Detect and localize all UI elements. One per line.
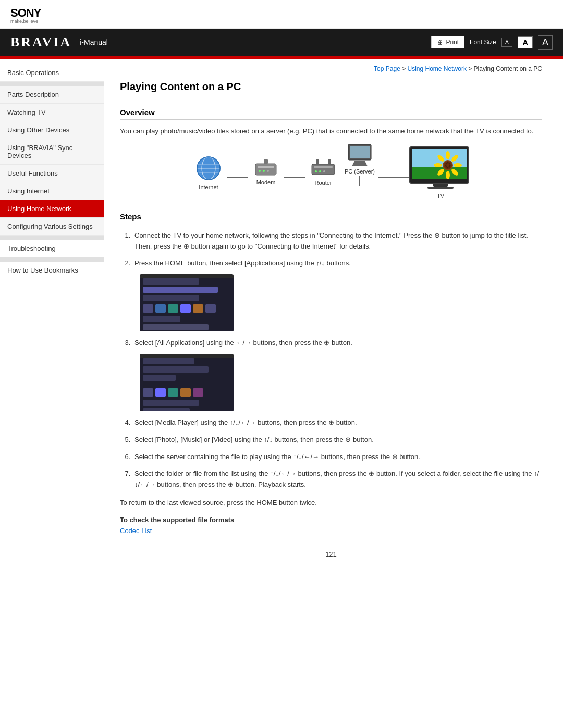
diagram-router-node: Router: [305, 159, 341, 186]
svg-rect-12: [312, 164, 335, 175]
step-5: Select [Photo], [Music] or [Video] using…: [132, 435, 542, 446]
step-4: Select [Media Player] using the ↑/↓/←/→ …: [132, 417, 542, 428]
diagram-line-3: [378, 177, 409, 178]
step-2: Press the HOME button, then select [Appl…: [132, 258, 542, 331]
svg-rect-13: [314, 166, 333, 168]
svg-point-37: [449, 166, 450, 167]
svg-point-24: [450, 154, 459, 163]
diagram-pc-node: PC (Server): [341, 143, 378, 175]
sidebar-item-using-internet[interactable]: Using Internet: [0, 182, 104, 200]
sidebar-item-troubleshooting[interactable]: Troubleshooting: [0, 240, 104, 257]
svg-point-28: [436, 168, 445, 177]
bravia-imanual-label: i-Manual: [80, 38, 108, 46]
diagram-line-1: [227, 177, 248, 178]
print-icon: 🖨: [437, 39, 443, 46]
codec-link[interactable]: Codec List: [120, 527, 152, 535]
step-1: Connect the TV to your home network, fol…: [132, 230, 542, 252]
breadcrumb-top-page[interactable]: Top Page: [374, 65, 400, 72]
router-label: Router: [314, 180, 332, 186]
tv-display: [409, 146, 472, 191]
breadcrumb-using-home-network[interactable]: Using Home Network: [408, 65, 467, 72]
sidebar-item-how-to-use-bookmarks[interactable]: How to Use Bookmarks: [0, 262, 104, 279]
svg-point-35: [449, 163, 450, 164]
step-7: Select the folder or file from the list …: [132, 468, 542, 490]
bravia-logo: BRAVIA: [10, 34, 71, 50]
svg-rect-17: [316, 159, 319, 164]
steps-list: Connect the TV to your home network, fol…: [120, 230, 542, 490]
sidebar-item-watching-tv[interactable]: Watching TV: [0, 104, 104, 121]
svg-point-25: [454, 163, 462, 167]
svg-rect-22: [352, 166, 368, 166]
step-6: Select the server containing the file to…: [132, 452, 542, 463]
pc-icon: [344, 143, 375, 166]
svg-point-26: [450, 168, 459, 177]
sidebar-divider-3: [0, 257, 104, 262]
overview-text: You can play photo/music/video files sto…: [120, 126, 542, 137]
breadcrumb: Top Page > Using Home Network > Playing …: [120, 65, 542, 72]
step-3-screenshot: [140, 354, 234, 411]
diagram-internet-node: Internet: [190, 155, 227, 190]
diagram-vertical-line: [359, 176, 360, 186]
svg-point-9: [263, 170, 265, 172]
step-2-screenshot: [140, 274, 234, 331]
font-size-label: Font Size: [470, 39, 496, 46]
print-button[interactable]: 🖨 Print: [431, 36, 464, 48]
sidebar-item-using-home-network[interactable]: Using Home Network: [0, 200, 104, 218]
sidebar: Basic Operations Parts Description Watch…: [0, 59, 104, 726]
sidebar-item-using-bravia-sync[interactable]: Using "BRAVIA" Sync Devices: [0, 139, 104, 165]
svg-point-10: [267, 170, 269, 172]
svg-rect-11: [264, 159, 268, 164]
sidebar-item-using-other-devices[interactable]: Using Other Devices: [0, 121, 104, 139]
svg-rect-6: [255, 164, 276, 175]
svg-point-15: [319, 170, 321, 172]
network-diagram: Internet Modem: [120, 146, 542, 199]
svg-point-38: [447, 167, 449, 168]
svg-point-33: [446, 163, 447, 164]
step-3: Select [All Applications] using the ←/→ …: [132, 338, 542, 411]
diagram-pc-branch: PC (Server): [341, 143, 378, 186]
router-icon: [311, 159, 336, 178]
sidebar-item-useful-functions[interactable]: Useful Functions: [0, 165, 104, 182]
svg-rect-18: [328, 159, 331, 164]
svg-point-39: [446, 166, 447, 167]
bravia-bar: BRAVIA i-Manual 🖨 Print Font Size A A A: [0, 29, 563, 56]
diagram-modem-node: Modem: [248, 159, 284, 186]
bravia-right: 🖨 Print Font Size A A A: [431, 35, 553, 50]
sidebar-item-basic-operations[interactable]: Basic Operations: [0, 64, 104, 82]
font-large-button[interactable]: A: [538, 35, 553, 50]
font-medium-button[interactable]: A: [518, 36, 533, 48]
svg-point-40: [445, 164, 447, 166]
return-text: To return to the last viewed source, pre…: [120, 498, 542, 509]
sidebar-item-parts-description[interactable]: Parts Description: [0, 86, 104, 104]
sidebar-divider-1: [0, 82, 104, 86]
pc-label: PC (Server): [345, 168, 375, 175]
svg-point-16: [323, 170, 325, 172]
svg-point-30: [436, 154, 445, 163]
modem-label: Modem: [256, 179, 276, 186]
sidebar-item-configuring-various[interactable]: Configuring Various Settings: [0, 218, 104, 236]
font-small-button[interactable]: A: [501, 38, 512, 47]
globe-icon: [195, 155, 222, 182]
svg-point-27: [446, 171, 450, 179]
overview-heading: Overview: [120, 108, 542, 120]
svg-point-14: [315, 170, 317, 172]
svg-rect-20: [350, 146, 370, 158]
page-title: Playing Content on a PC: [120, 81, 542, 97]
svg-rect-7: [258, 166, 274, 168]
diagram-line-2: [284, 177, 305, 178]
svg-point-34: [447, 162, 449, 163]
sidebar-divider-2: [0, 236, 104, 240]
svg-point-23: [446, 151, 450, 159]
main-layout: Basic Operations Parts Description Watch…: [0, 59, 563, 726]
bravia-left: BRAVIA i-Manual: [10, 34, 108, 50]
internet-label: Internet: [199, 184, 218, 190]
supported-formats-heading: To check the supported file formats: [120, 516, 542, 524]
page-number: 121: [120, 550, 542, 558]
svg-point-8: [259, 170, 261, 172]
sony-header: SONY make.believe: [0, 0, 563, 29]
sony-logo: SONY make.believe: [10, 6, 553, 24]
content-area: Top Page > Using Home Network > Playing …: [104, 59, 563, 726]
sunflower-icon: [434, 151, 462, 179]
steps-heading: Steps: [120, 212, 542, 224]
svg-point-29: [434, 163, 442, 167]
